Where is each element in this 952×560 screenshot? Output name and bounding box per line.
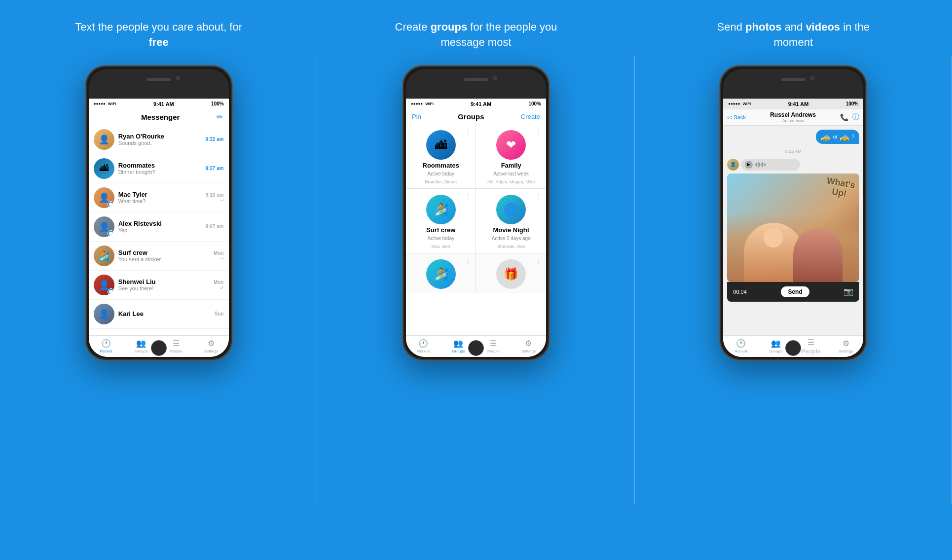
groups-create-btn[interactable]: Create [521,113,540,120]
tab-recent-3[interactable]: 🕐 Recent [723,336,758,357]
reply-icon-mac: ↩ [205,198,223,203]
recent-icon-3: 🕐 [736,339,746,348]
panel-2: Create groups for the people you message… [317,0,634,560]
more-icon-family[interactable]: ⋮ [535,128,542,136]
group-cell-roommates[interactable]: ⋮ 🏙 Roommates Active today Brandon, Simo… [406,124,476,188]
groups-icon-2: 👥 [453,339,463,348]
people-icon-2: ☰ [490,339,497,348]
group-cell-movienight[interactable]: ⋮ 🌀 Movie Night Active 2 days ago Shenwe… [476,189,546,253]
chat-item-alex[interactable]: 👤 Alex Ristevski Yep 8:07 am [89,212,229,242]
more-icon-surf[interactable]: ⋮ [465,193,472,201]
phone-1: ●●●●● WiFi 9:41 AM 100% Messenger ✏ [85,65,233,361]
chat-item-shenwei[interactable]: 👤 Shenwei Liu See you there! Mon ✓ [89,271,229,300]
group-cell-5[interactable]: ⋮ 🏄 [406,253,476,293]
chat-item-mac[interactable]: 👤 Mac Tyler What time? 9:10 am ↩ [89,183,229,212]
avatar-alex: 👤 [94,216,114,237]
chat-name-roommates: Roommates [118,162,202,169]
chat-meta-mac: 9:10 am ↩ [205,192,223,203]
chat-name-kari: Kari Lee [118,310,211,317]
message-list: 🚕 or 🚕 ? 8:32 AM 👤 [723,126,863,357]
group-avatar-5: 🏄 [426,259,456,289]
avatar-surf: 🏄 [94,245,114,266]
more-icon-6[interactable]: ⋮ [535,257,542,265]
tab-people-label-3: People [801,348,820,355]
tab-settings-1[interactable]: ⚙ Settings [194,336,229,357]
audio-bubble[interactable]: ▶ [741,159,800,171]
group-name-surf: Surf crew [426,226,455,234]
chat-meta-surf: Mon ↩ [214,250,224,261]
video-send-button[interactable]: Send [781,286,809,297]
chat-name-mac: Mac Tyler [118,191,202,198]
chat-name-shenwei: Shenwei Liu [118,278,210,285]
chat-actions: 📞 ⓘ [840,113,859,122]
chat-meta-roommates: 9:27 am [205,166,223,171]
send-label: Send [788,288,802,295]
status-time-3: 9:41 AM [788,101,809,107]
camera-icon[interactable]: 📷 [843,287,853,296]
phone-camera-3 [810,76,814,80]
call-button[interactable]: 📞 [840,113,848,121]
group-cell-surf[interactable]: ⋮ 🏄 Surf crew Active today Mac, Ben [406,189,476,253]
tab-groups-label-2: Groups [452,349,465,353]
avatar-kari: 👤 [94,304,114,324]
chat-name-alex: Alex Ristevski [118,220,202,227]
group-status-roommates: Active today [427,171,454,176]
group-avatar-roommates: 🏙 [426,130,456,160]
chat-name-ryan: Ryan O'Rourke [118,133,202,140]
tab-settings-label-3: Settings [839,349,853,353]
chat-content-roommates: Roommates Dinner tonight? [118,162,202,175]
russel-messages: 🚕 or 🚕 ? 8:32 AM 👤 [723,126,863,357]
group-avatar-family: ❤ [496,130,526,160]
avatar-ryan: 👤 [94,129,114,150]
panel-1-title: Text the people you care about, for free [65,20,253,50]
chat-meta-shenwei: Mon ✓ [214,280,224,290]
tab-people-label-2: People [487,349,500,353]
more-icon-roommates[interactable]: ⋮ [465,128,472,136]
group-cell-6[interactable]: ⋮ 🎁 [476,253,546,293]
reply-icon-surf: ↩ [214,256,224,261]
tab-recent-1[interactable]: 🕐 Recent [89,336,124,357]
more-icon-movienight[interactable]: ⋮ [535,193,542,201]
phone-camera [176,76,180,80]
compose-icon[interactable]: ✏ [217,112,223,122]
groups-grid: ⋮ 🏙 Roommates Active today Brandon, Simo… [406,124,546,293]
settings-icon-3: ⚙ [842,339,849,348]
more-icon-5[interactable]: ⋮ [465,257,472,265]
chat-preview-ryan: Sounds good. [118,140,202,146]
chat-item-surf[interactable]: 🏄 Surf crew You sent a sticker. Mon ↩ [89,242,229,271]
group-members-surf: Mac, Ben [432,244,450,249]
audio-play-btn[interactable]: ▶ [745,161,753,169]
tab-recent-label-2: Recent [417,349,430,353]
chat-content-shenwei: Shenwei Liu See you there! [118,278,210,291]
home-button-3[interactable] [785,340,801,356]
chat-meta-ryan: 9:32 am [205,137,223,142]
chat-time-shenwei: Mon [214,280,224,285]
whatsup-sticker: What'sUp! [824,176,856,200]
tab-settings-3[interactable]: ⚙ Settings [828,336,863,357]
audio-waveform [755,161,796,169]
recent-icon-1: 🕐 [101,339,111,348]
group-members-family: Alli, Adam, Megan, Mike [487,179,535,184]
msg-audio-left: 👤 ▶ [727,159,800,171]
chat-item-kari[interactable]: 👤 Kari Lee Sun [89,300,229,329]
video-timer: 00:04 [733,289,747,295]
chat-item-ryan[interactable]: 👤 Ryan O'Rourke Sounds good. 9:32 am [89,125,229,154]
home-button-1[interactable] [151,340,167,356]
chat-content-mac: Mac Tyler What time? [118,191,202,204]
group-status-movienight: Active 2 days ago [492,236,531,241]
status-time-1: 9:41 AM [153,101,174,107]
info-button[interactable]: ⓘ [852,113,859,122]
home-button-2[interactable] [468,340,484,356]
contact-status: Active now [748,118,838,123]
status-time-2: 9:41 AM [471,101,491,107]
chat-item-roommates[interactable]: 🏙 Roommates Dinner tonight? 9:27 am [89,154,229,183]
tab-recent-2[interactable]: 🕐 Recent [406,336,441,357]
settings-icon-1: ⚙ [208,339,215,348]
selfie-people [727,213,859,282]
tab-settings-2[interactable]: ⚙ Settings [511,336,546,357]
panel-2-title: Create groups for the people you message… [382,20,570,50]
group-cell-family[interactable]: ⋮ ❤ Family Active last week Alli, Adam, … [476,124,546,188]
back-button[interactable]: ‹ < Back [727,114,746,120]
groups-pin-btn[interactable]: Pin [412,113,421,120]
chat-time-alex: 8:07 am [205,224,223,229]
